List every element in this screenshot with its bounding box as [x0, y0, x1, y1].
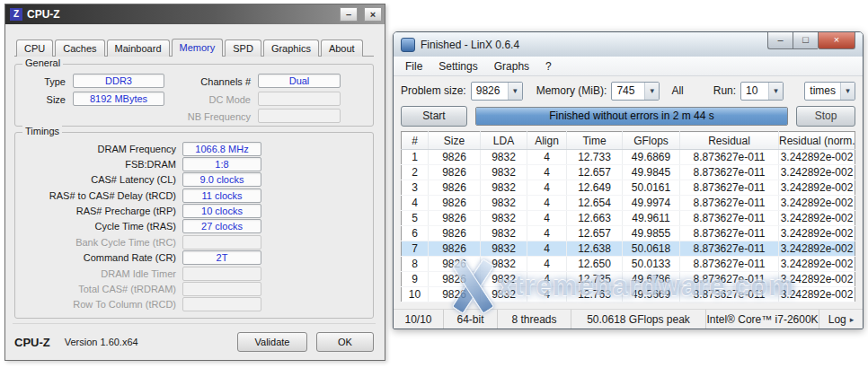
result-cell: 8.873627e-011: [680, 150, 779, 165]
memory-type-label: Type: [19, 76, 66, 87]
linx-close-button[interactable]: ×: [818, 32, 855, 49]
linx-menubar: File Settings Graphs ?: [394, 57, 863, 76]
general-groupbox: General Type DDR3 Channels # Dual Size 8…: [14, 64, 374, 127]
result-cell: 1: [402, 150, 429, 165]
column-header-lda[interactable]: LDA: [481, 132, 527, 150]
timings-legend: Timings: [22, 126, 62, 136]
result-row[interactable]: 298269832412.65749.98458.873627e-0113.24…: [402, 165, 855, 180]
result-cell: 6: [402, 226, 429, 241]
run-units-value: times: [805, 83, 840, 100]
validate-button[interactable]: Validate: [237, 332, 307, 352]
memory-select[interactable]: 745 ▾: [611, 82, 660, 101]
problem-size-select[interactable]: 9826 ▾: [471, 82, 523, 101]
dc-mode-label: DC Mode: [173, 94, 251, 105]
timing-row: CAS# Latency (CL)9.0 clocks: [22, 172, 366, 188]
result-cell: 12.649: [567, 180, 623, 196]
nb-frequency-label: NB Frequency: [155, 111, 251, 122]
result-cell: 4: [527, 241, 567, 257]
result-row[interactable]: 898269832412.65050.01338.873627e-0113.24…: [402, 257, 855, 272]
run-units-select[interactable]: times ▾: [804, 82, 855, 101]
status-arch: 64-bit: [444, 310, 498, 329]
results-table: # Size LDA Align Time GFlops Residual Re…: [401, 131, 855, 302]
tab-spd[interactable]: SPD: [225, 39, 261, 57]
timing-value-field: 11 clocks: [182, 188, 261, 203]
cpuz-brand: CPU-Z: [14, 336, 50, 349]
timing-value-field: [182, 235, 261, 250]
ok-button[interactable]: OK: [316, 332, 374, 352]
all-label: All: [671, 84, 683, 97]
column-header-number[interactable]: #: [402, 132, 429, 150]
log-button[interactable]: Log ▸: [819, 310, 863, 329]
timing-value-field: 1066.8 MHz: [182, 142, 261, 156]
column-header-time[interactable]: Time: [567, 132, 623, 150]
timing-value-field: 10 clocks: [182, 204, 261, 218]
result-row[interactable]: 198269832412.73349.68698.873627e-0113.24…: [402, 150, 855, 165]
result-cell: 3.242892e-002: [779, 196, 855, 211]
menu-help[interactable]: ?: [537, 58, 560, 74]
menu-file[interactable]: File: [397, 58, 430, 74]
menu-settings[interactable]: Settings: [430, 58, 485, 74]
column-header-residual[interactable]: Residual: [680, 132, 779, 150]
cpuz-close-button[interactable]: ×: [364, 7, 382, 22]
result-cell: 4: [402, 196, 429, 211]
timing-label: FSB:DRAM: [22, 159, 182, 170]
column-header-align[interactable]: Align: [527, 132, 567, 150]
stop-button[interactable]: Stop: [796, 106, 855, 127]
result-row[interactable]: 698269832412.65749.98558.873627e-0113.24…: [402, 226, 855, 241]
run-count-select[interactable]: 10 ▾: [740, 82, 784, 101]
tab-caches[interactable]: Caches: [55, 39, 104, 57]
menu-graphs[interactable]: Graphs: [486, 58, 537, 74]
result-cell: 9832: [481, 211, 527, 226]
result-cell: 12.654: [567, 196, 623, 211]
result-cell: 50.0133: [623, 257, 680, 272]
tab-cpu[interactable]: CPU: [16, 39, 53, 57]
column-header-residual-norm[interactable]: Residual (norm.): [779, 132, 855, 150]
tab-mainboard[interactable]: Mainboard: [107, 39, 170, 57]
timing-row: RAS# to CAS# Delay (tRCD)11 clocks: [22, 188, 366, 203]
result-cell: 2: [402, 165, 429, 180]
result-cell: 50.0161: [623, 180, 680, 196]
result-row[interactable]: 998269832412.73549.67868.873627e-0113.24…: [402, 272, 855, 287]
cpuz-titlebar[interactable]: Z CPU-Z – ×: [5, 4, 385, 24]
linx-maximize-button[interactable]: □: [793, 32, 818, 49]
result-cell: 10: [402, 287, 429, 302]
dropdown-arrow-icon: ▾: [644, 83, 659, 100]
result-cell: 4: [527, 180, 567, 196]
result-row[interactable]: 598269832412.66349.96118.873627e-0113.24…: [402, 211, 855, 226]
log-label: Log: [828, 313, 846, 326]
timing-row: Row To Column (tRCD): [22, 297, 366, 312]
result-cell: 49.9845: [623, 165, 680, 180]
status-bar: 10/10 64-bit 8 threads 50.0618 GFlops pe…: [394, 309, 863, 329]
memory-size-field: 8192 MBytes: [73, 92, 164, 106]
result-row[interactable]: 1098269832412.76349.56698.873627e-0113.2…: [402, 287, 855, 302]
result-cell: 8.873627e-011: [680, 211, 779, 226]
result-cell: 12.733: [567, 150, 623, 165]
result-cell: 3.242892e-002: [779, 241, 855, 257]
result-row[interactable]: 798269832412.63850.06188.873627e-0113.24…: [402, 241, 855, 257]
result-cell: 4: [527, 257, 567, 272]
result-cell: 8.873627e-011: [680, 196, 779, 211]
result-cell: 9826: [429, 272, 481, 287]
result-row[interactable]: 398269832412.64950.01618.873627e-0113.24…: [402, 180, 855, 196]
result-cell: 9832: [481, 165, 527, 180]
column-header-gflops[interactable]: GFlops: [623, 132, 680, 150]
result-cell: 4: [527, 165, 567, 180]
timing-label: DRAM Frequency: [22, 144, 182, 154]
result-cell: 5: [402, 211, 429, 226]
start-button[interactable]: Start: [401, 106, 467, 127]
cpuz-minimize-button[interactable]: –: [340, 7, 358, 22]
tab-graphics[interactable]: Graphics: [263, 39, 319, 57]
result-cell: 9826: [429, 257, 481, 272]
column-header-size[interactable]: Size: [429, 132, 481, 150]
tab-memory[interactable]: Memory: [172, 39, 224, 57]
result-cell: 9832: [481, 180, 527, 196]
linx-minimize-button[interactable]: –: [767, 32, 793, 49]
tab-about[interactable]: About: [321, 39, 363, 57]
result-row[interactable]: 498269832412.65449.99748.873627e-0113.24…: [402, 196, 855, 211]
progress-bar: Finished without errors in 2 m 44 s: [475, 107, 788, 126]
result-cell: 9826: [429, 226, 481, 241]
result-cell: 3.242892e-002: [779, 211, 855, 226]
linx-titlebar[interactable]: Finished - LinX 0.6.4 – □ ×: [394, 32, 863, 57]
linx-table-body: 198269832412.73349.68698.873627e-0113.24…: [402, 150, 855, 302]
result-cell: 3.242892e-002: [779, 272, 855, 287]
